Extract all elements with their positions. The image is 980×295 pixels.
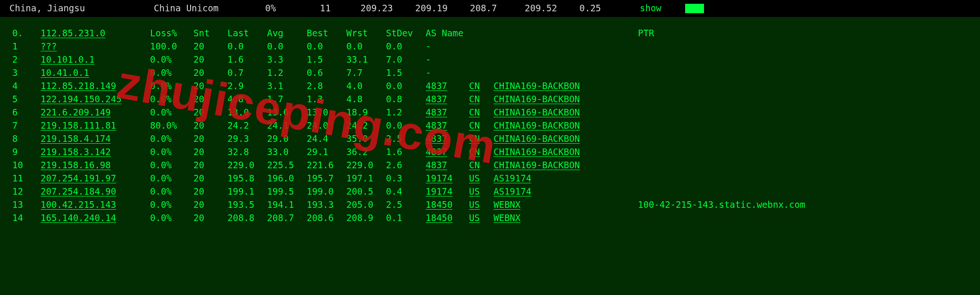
hop-avg: 3.1 [264,79,304,92]
hop-best: 29.1 [304,145,343,158]
hop-stdev: 0.1 [383,211,423,224]
hop-asn[interactable]: 4837 [426,81,447,91]
hop-asname[interactable]: AS19174 [494,173,531,183]
hop-wrst: 208.9 [343,211,383,224]
hop-last: 193.5 [225,198,264,211]
hop-asname[interactable]: CHINA169-BACKBON [494,147,580,157]
mtr-hop-row: 1???100.0200.00.00.00.00.0- [9,40,808,53]
hop-country[interactable]: US [469,173,480,183]
hop-asn: - [426,41,431,51]
hop-ip[interactable]: 207.254.191.97 [41,173,116,183]
hop-ip[interactable]: 219.158.4.174 [41,133,111,144]
hop-ip[interactable]: 221.6.209.149 [41,107,111,117]
hdr-last: Last [225,26,264,40]
hop-asname[interactable]: CHINA169-BACKBON [494,81,580,91]
mtr-output: zhujiceping.com 0. 112.85.231.0 Loss% Sn… [0,17,980,295]
hop-ip[interactable]: 219.158.16.98 [41,160,111,170]
hop-index: 5 [9,92,38,106]
hop-wrst: 0.0 [343,40,383,53]
hop-ip[interactable]: 122.194.150.245 [41,94,122,104]
hop-asname[interactable]: CHINA169-BACKBON [494,133,580,144]
hop-asname[interactable]: WEBNX [494,213,520,223]
hop-country[interactable]: CN [469,160,480,170]
hop-ip[interactable]: 219.158.3.142 [41,147,111,157]
hop-asname[interactable]: AS19174 [494,186,531,197]
hop-country[interactable]: CN [469,120,480,131]
hop-country[interactable]: US [469,213,480,223]
summary-isp: China Unicom [150,3,261,13]
hop-asn[interactable]: 18450 [426,213,452,223]
hop-asn[interactable]: 4837 [426,133,447,144]
hop-wrst: 200.5 [343,185,383,198]
hop-ptr [619,132,808,145]
hop-asn[interactable]: 4837 [426,120,447,131]
hop-asname[interactable]: CHINA169-BACKBON [494,120,580,131]
hop-asn[interactable]: 19174 [426,173,452,183]
mtr-hop-row: 4112.85.218.1490.0%202.93.12.84.00.04837… [9,79,808,92]
hop-asn[interactable]: 18450 [426,199,452,210]
hop-ip[interactable]: 10.101.0.1 [41,54,94,65]
hop-stdev: 1.2 [383,106,423,119]
hop-asn[interactable]: 4837 [426,107,447,117]
hop-wrst: 197.1 [343,172,383,185]
hop-ip[interactable]: 207.254.184.90 [41,186,116,197]
hop-snt: 20 [191,198,225,211]
hop-snt: 20 [191,145,225,158]
hop-ip[interactable]: 112.85.218.149 [41,81,116,91]
show-link[interactable]: show [630,3,681,13]
hop-avg: 29.0 [264,132,304,145]
hop-country[interactable]: CN [469,147,480,157]
hop-country[interactable]: US [469,186,480,197]
hop-asn[interactable]: 4837 [426,147,447,157]
hop-ip[interactable]: 10.41.0.1 [41,67,89,78]
hop-ip[interactable]: ??? [41,41,57,51]
hop-ptr [619,185,808,198]
hop-last: 32.8 [225,145,264,158]
hop-loss: 0.0% [147,92,191,106]
hdr-target-ip[interactable]: 112.85.231.0 [41,28,105,38]
hop-index: 14 [9,211,38,224]
summary-avg: 209.19 [411,3,466,13]
hop-ptr [619,53,808,66]
hop-loss: 80.0% [147,119,191,132]
hop-country[interactable]: US [469,199,480,210]
summary-location: China, Jiangsu [0,3,150,13]
mtr-hop-row: 6221.6.209.1490.0%2013.013.613.018.91.24… [9,106,808,119]
hop-wrst: 4.0 [343,79,383,92]
hop-avg: 33.0 [264,145,304,158]
hop-stdev: 0.0 [383,119,423,132]
hop-snt: 20 [191,92,225,106]
summary-bar: China, Jiangsu China Unicom 0% 11 209.23… [0,0,980,17]
mtr-hop-row: 7219.158.111.8180.0%2024.224.124.024.20.… [9,119,808,132]
hop-loss: 0.0% [147,211,191,224]
hop-country[interactable]: CN [469,133,480,144]
hop-asname[interactable]: CHINA169-BACKBON [494,107,580,117]
hop-stdev: 0.0 [383,79,423,92]
hop-last: 208.8 [225,211,264,224]
hdr-index: 0. [9,26,38,40]
hop-country[interactable]: CN [469,94,480,104]
hop-loss: 0.0% [147,53,191,66]
hop-index: 2 [9,53,38,66]
hop-best: 1.5 [304,53,343,66]
hop-asn[interactable]: 4837 [426,160,447,170]
hop-best: 0.6 [304,66,343,79]
hop-asn[interactable]: 19174 [426,186,452,197]
hop-avg: 225.5 [264,158,304,172]
hop-ptr [619,119,808,132]
hop-ip[interactable]: 165.140.240.14 [41,213,116,223]
hop-asname[interactable]: CHINA169-BACKBON [494,94,580,104]
hop-best: 13.0 [304,106,343,119]
hop-asn[interactable]: 4837 [426,94,447,104]
hop-last: 24.2 [225,119,264,132]
hop-ptr [619,211,808,224]
hop-country[interactable]: CN [469,107,480,117]
hop-ip[interactable]: 219.158.111.81 [41,120,116,131]
hop-wrst: 33.1 [343,53,383,66]
hop-ip[interactable]: 100.42.215.143 [41,199,116,210]
hop-asname[interactable]: CHINA169-BACKBON [494,160,580,170]
hop-snt: 20 [191,53,225,66]
hop-country[interactable]: CN [469,81,480,91]
hop-asname[interactable]: WEBNX [494,199,520,210]
hop-loss: 0.0% [147,158,191,172]
